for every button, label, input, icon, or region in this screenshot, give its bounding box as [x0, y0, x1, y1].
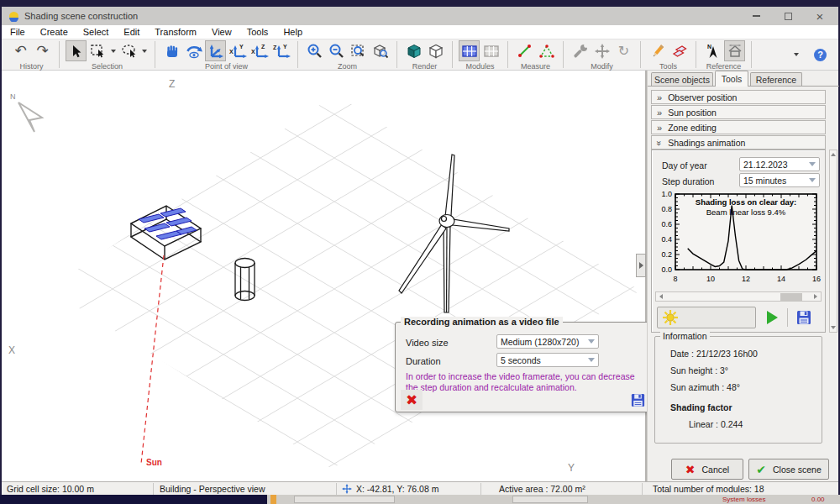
tab-tools[interactable]: Tools: [715, 71, 748, 87]
save-animation-button[interactable]: [791, 307, 816, 328]
axes-view-button[interactable]: [205, 40, 226, 61]
group-label-render: Render: [412, 62, 438, 71]
section-observer-position[interactable]: » Observer position: [651, 90, 826, 104]
tools-pencil-button[interactable]: [647, 40, 668, 61]
close-scene-button[interactable]: ✔ Close scene: [748, 459, 829, 480]
zoom-out-icon: [328, 43, 345, 60]
panel-scrollbar[interactable]: [829, 150, 837, 333]
toolbar-group-tools: Tools: [642, 39, 695, 70]
orbit-view-button[interactable]: [183, 40, 204, 61]
wrench-icon: [572, 43, 589, 60]
toolbar-overflow-dropdown-icon[interactable]: [794, 53, 799, 56]
info-linear: Linear : 0.244: [689, 419, 743, 429]
zoom-out-button[interactable]: [326, 40, 347, 61]
clear-day-button[interactable]: [657, 307, 756, 328]
modify-rotate-button[interactable]: ↻: [613, 40, 634, 61]
modify-move-button[interactable]: [591, 40, 612, 61]
chevron-down-icon: [809, 178, 816, 182]
measure-distance-button[interactable]: [514, 40, 535, 61]
view-xz-button[interactable]: XZ: [249, 40, 270, 61]
menu-tools[interactable]: Tools: [247, 27, 269, 37]
svg-text:12: 12: [742, 275, 750, 283]
close-button[interactable]: ×: [815, 11, 825, 21]
zoom-window-button[interactable]: [348, 40, 369, 61]
day-of-year-select[interactable]: 21.12.2023: [739, 157, 820, 171]
rect-select-dropdown-icon[interactable]: [111, 50, 116, 53]
menu-select[interactable]: Select: [83, 27, 109, 37]
rect-select-button[interactable]: [87, 40, 108, 61]
lasso-select-dropdown-icon[interactable]: [142, 50, 147, 53]
pan-hand-button[interactable]: [161, 40, 182, 61]
dialog-note: In order to increase the video framerate…: [406, 371, 641, 393]
scene-viewport[interactable]: Z X Y N Sun: [2, 71, 645, 481]
modules-on-button[interactable]: [459, 40, 480, 61]
background-system-losses: System losses: [722, 496, 766, 503]
help-button[interactable]: ?: [814, 49, 827, 61]
zone-shape-icon: [671, 43, 688, 60]
reference-house-button[interactable]: [724, 40, 745, 61]
menu-file[interactable]: File: [10, 27, 25, 37]
tab-scene-objects[interactable]: Scene objects: [651, 72, 713, 87]
menu-edit[interactable]: Edit: [123, 27, 139, 37]
step-duration-select[interactable]: 15 minutes: [739, 173, 820, 187]
menu-transform[interactable]: Transform: [155, 27, 197, 37]
axis-z-label: Z: [169, 78, 175, 90]
view-xy-icon: XY: [228, 43, 247, 60]
view-xy-button[interactable]: XY: [227, 40, 248, 61]
render-solid-button[interactable]: [403, 40, 424, 61]
group-label-pov: Point of view: [205, 62, 248, 71]
measure-line-icon: [517, 43, 533, 60]
scroll-left-icon[interactable]: [656, 292, 666, 301]
video-size-select[interactable]: Medium (1280x720): [496, 334, 599, 349]
tab-reference[interactable]: Reference: [750, 72, 802, 87]
menu-view[interactable]: View: [212, 27, 232, 37]
group-label-reference: Reference: [706, 62, 742, 71]
redo-icon: ↷: [36, 44, 48, 58]
play-icon: [767, 311, 778, 324]
modules-off-button[interactable]: [480, 40, 501, 61]
tools-zone-button[interactable]: [669, 40, 690, 61]
panel-collapse-button[interactable]: [636, 254, 646, 277]
view-zy-button[interactable]: ZY: [270, 40, 291, 61]
measure-angle-button[interactable]: [536, 40, 557, 61]
dialog-title: Recording animation as a video file: [401, 317, 563, 327]
axis-x-label: X: [8, 344, 15, 356]
animation-scrollbar[interactable]: [655, 291, 822, 302]
svg-text:0.6: 0.6: [661, 220, 672, 228]
redo-button[interactable]: ↷: [32, 40, 53, 61]
info-shading-factor-title: Shading factor: [670, 402, 732, 412]
dialog-cancel-button[interactable]: ✖: [401, 390, 423, 410]
section-shadings-animation[interactable]: » Shadings animation: [651, 135, 826, 150]
background-window-sliver: System losses 0.00: [0, 495, 840, 504]
section-zone-editing[interactable]: » Zone editing: [651, 120, 826, 134]
lasso-select-button[interactable]: [118, 40, 139, 61]
hand-icon: [164, 43, 181, 60]
dialog-save-button[interactable]: [627, 390, 648, 410]
undo-icon: ↶: [14, 44, 26, 58]
axis-y-label: Y: [568, 462, 575, 474]
reference-north-button[interactable]: N: [702, 40, 723, 61]
select-cursor-button[interactable]: [66, 40, 87, 61]
maximize-button[interactable]: [783, 11, 793, 21]
menu-create[interactable]: Create: [40, 27, 68, 37]
render-wireframe-button[interactable]: [425, 40, 446, 61]
modules-grid-gray-icon: [483, 44, 500, 59]
modify-wrench-button[interactable]: [570, 40, 591, 61]
ground-grid: [2, 71, 645, 481]
undo-button[interactable]: ↶: [10, 40, 31, 61]
minimize-button[interactable]: [751, 11, 761, 21]
zoom-in-button[interactable]: [304, 40, 325, 61]
scroll-right-icon[interactable]: [811, 292, 821, 301]
scrollbar-thumb[interactable]: [780, 293, 802, 301]
zoom-extents-button[interactable]: [370, 40, 391, 61]
toolbar-group-render: Render: [398, 39, 451, 70]
play-animation-button[interactable]: [759, 307, 785, 328]
cancel-button[interactable]: ✖ Cancel: [671, 459, 743, 480]
status-coordinates: X: -42.81, Y: 76.08 m: [356, 484, 438, 494]
svg-text:10: 10: [706, 275, 715, 283]
svg-text:8: 8: [673, 275, 677, 283]
move-cursor-icon: [342, 484, 352, 494]
duration-select[interactable]: 5 seconds: [496, 353, 599, 367]
menu-help[interactable]: Help: [283, 27, 302, 37]
section-sun-position[interactable]: » Sun position: [651, 105, 826, 119]
